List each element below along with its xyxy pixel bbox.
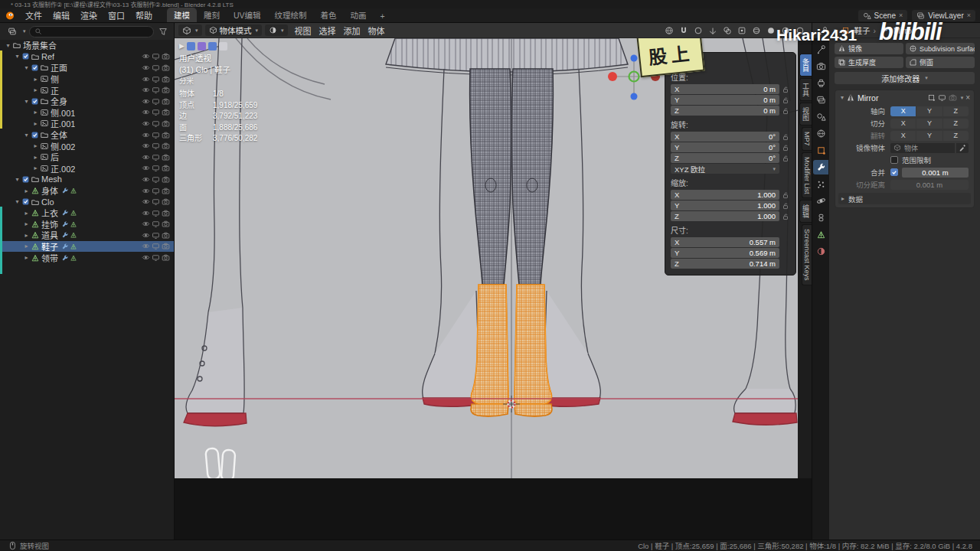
shading-wireframe-icon[interactable]: [750, 26, 763, 35]
sidebar-tab-1[interactable]: 工具: [799, 78, 812, 101]
monitor-toggle[interactable]: [152, 175, 160, 184]
flip-segs-Y[interactable]: Y: [916, 131, 942, 141]
camera-toggle[interactable]: [162, 253, 170, 262]
outliner-row-侧.002[interactable]: ▸侧.002: [0, 140, 174, 152]
transform-field-X[interactable]: X0.557 m: [671, 237, 779, 247]
camera-toggle[interactable]: [162, 64, 170, 72]
orientation-globe-icon[interactable]: [663, 26, 675, 35]
transform-field-Y[interactable]: Y1.000: [671, 201, 779, 210]
monitor-toggle[interactable]: [152, 253, 160, 262]
menubar-menu-4[interactable]: 帮助: [130, 11, 158, 21]
transform-field-X[interactable]: X0°: [671, 132, 779, 142]
monitor-toggle[interactable]: [152, 187, 160, 195]
eye-toggle[interactable]: [142, 153, 150, 161]
disclosure-closed-icon[interactable]: ▸: [22, 254, 31, 261]
eye-toggle[interactable]: [142, 131, 150, 139]
eye-toggle[interactable]: [142, 64, 150, 72]
workspace-tab-1[interactable]: 雕刻: [197, 8, 227, 22]
monitor-toggle[interactable]: [152, 209, 160, 217]
lock-icon[interactable]: [782, 155, 790, 162]
sidebar-tab-3[interactable]: MP7: [802, 127, 812, 151]
monitor-toggle[interactable]: [152, 75, 160, 83]
mirror-object-field[interactable]: 物体: [890, 143, 955, 153]
bisect-distance-field[interactable]: 0.001 m: [890, 180, 969, 190]
outliner-row-上衣[interactable]: ▸上衣: [0, 207, 174, 219]
monitor-toggle[interactable]: [152, 142, 160, 150]
camera-toggle[interactable]: [162, 197, 170, 206]
collection-checkbox[interactable]: [31, 64, 39, 72]
disclosure-open-icon[interactable]: ▾: [13, 176, 21, 183]
camera-toggle[interactable]: [162, 153, 170, 161]
camera-toggle[interactable]: [162, 75, 170, 83]
lock-icon[interactable]: [782, 86, 790, 93]
outliner-row-侧.001[interactable]: ▸侧.001: [0, 107, 174, 119]
menubar-menu-3[interactable]: 窗口: [103, 11, 130, 21]
monitor-toggle[interactable]: [152, 86, 160, 94]
workspace-tab-4[interactable]: 着色: [314, 8, 344, 22]
properties-tab-scene[interactable]: [813, 109, 828, 124]
camera-toggle[interactable]: [162, 119, 170, 128]
eye-toggle[interactable]: [142, 187, 150, 195]
properties-tab-physics[interactable]: [813, 194, 828, 208]
camera-toggle[interactable]: [162, 131, 170, 139]
modifier-extras-icon[interactable]: ▾: [961, 95, 964, 101]
properties-tab-view-layer[interactable]: [813, 93, 828, 107]
properties-tab-world[interactable]: [813, 126, 828, 141]
bisect-segs-Y[interactable]: Y: [916, 119, 942, 129]
bisect-segs-Z[interactable]: Z: [943, 119, 969, 129]
outliner-row-全体[interactable]: ▾全体: [0, 129, 174, 141]
outliner-row-侧[interactable]: ▸侧: [0, 73, 174, 85]
sidebar-tab-4[interactable]: Modifier List: [802, 152, 812, 199]
collection-checkbox[interactable]: [31, 97, 39, 106]
mini-icon-4[interactable]: [219, 42, 227, 51]
disclosure-open-icon[interactable]: ▾: [13, 198, 21, 205]
data-subpanel-header[interactable]: ▸ 数据: [838, 193, 971, 204]
eye-toggle[interactable]: [142, 253, 150, 262]
eye-toggle[interactable]: [142, 86, 150, 94]
eye-toggle[interactable]: [142, 75, 150, 83]
modifier-collapse-icon[interactable]: ▾: [841, 94, 844, 101]
outliner-row-道具[interactable]: ▸道具: [0, 230, 174, 241]
outliner-row-领带[interactable]: ▸领带: [0, 252, 174, 263]
axis-segs-Y[interactable]: Y: [916, 106, 942, 116]
properties-tab-object[interactable]: [813, 143, 828, 158]
render-display-toggle[interactable]: [949, 93, 957, 102]
workspace-tab-2[interactable]: UV编辑: [227, 8, 268, 22]
transform-field-X[interactable]: X1.000: [671, 190, 779, 200]
lock-icon[interactable]: [782, 202, 790, 210]
proportional-edit-icon[interactable]: [692, 26, 704, 35]
monitor-toggle[interactable]: [152, 97, 160, 106]
modifier-delete-icon[interactable]: ×: [965, 93, 970, 102]
eye-toggle[interactable]: [142, 231, 150, 240]
favorite-modifier-3[interactable]: 侧面: [906, 57, 975, 68]
rotation-mode-dropdown[interactable]: XYZ 欧拉▾: [671, 164, 779, 174]
disclosure-open-icon[interactable]: ▾: [22, 98, 31, 105]
disclosure-closed-icon[interactable]: ▸: [31, 165, 40, 171]
menubar-menu-0[interactable]: 文件: [20, 11, 47, 21]
monitor-toggle[interactable]: [152, 108, 160, 116]
camera-toggle[interactable]: [162, 164, 170, 172]
sidebar-tab-2[interactable]: 视图: [799, 103, 812, 126]
editmode-display-toggle[interactable]: [927, 93, 936, 102]
lock-icon[interactable]: [782, 213, 790, 220]
bisect-segs-X[interactable]: X: [890, 119, 916, 129]
outliner-row-Clo[interactable]: ▾Clo: [0, 196, 174, 207]
camera-toggle[interactable]: [162, 242, 170, 250]
blender-logo-icon[interactable]: [5, 10, 15, 21]
merge-checkbox[interactable]: [890, 168, 898, 176]
sidebar-tab-0[interactable]: 条目: [799, 54, 812, 77]
realtime-display-toggle[interactable]: [938, 93, 946, 102]
sidebar-tab-5[interactable]: 编辑: [799, 200, 812, 223]
monitor-toggle[interactable]: [152, 164, 160, 172]
toolbar-expand-icon[interactable]: ▶: [179, 41, 185, 51]
monitor-toggle[interactable]: [152, 220, 160, 228]
camera-toggle[interactable]: [162, 86, 170, 94]
disclosure-open-icon[interactable]: ▾: [22, 132, 31, 139]
collection-checkbox[interactable]: [21, 175, 30, 184]
lock-icon[interactable]: [782, 144, 790, 152]
clipping-checkbox[interactable]: [890, 156, 898, 164]
outliner-row-场景集合[interactable]: ▾场景集合: [0, 40, 174, 51]
transform-field-Y[interactable]: Y0 m: [671, 95, 779, 105]
workspace-tab-6[interactable]: +: [374, 10, 392, 22]
collection-checkbox[interactable]: [31, 131, 39, 139]
